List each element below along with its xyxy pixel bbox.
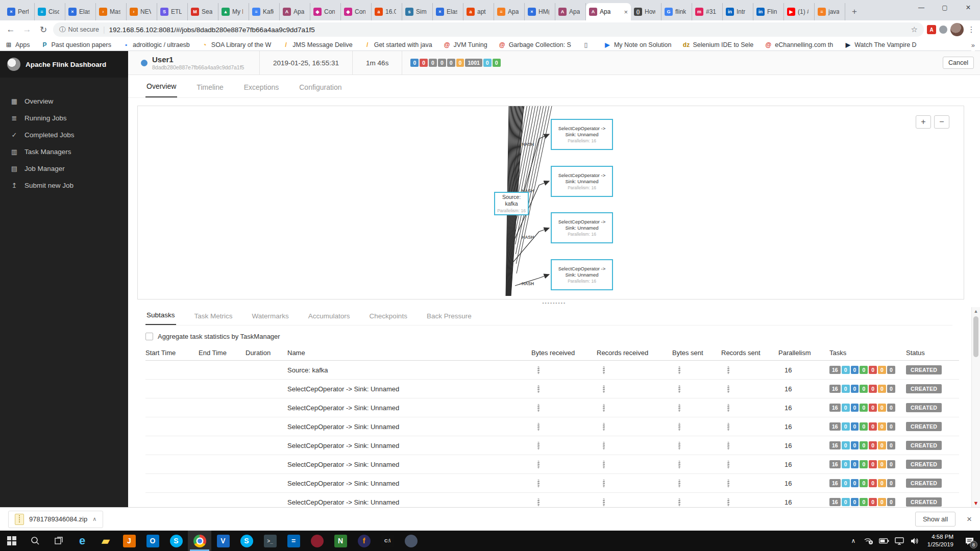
browser-tab[interactable]: ▲ My D [218, 3, 249, 20]
taskbar-app-icon[interactable]: O [141, 531, 164, 551]
browser-tab[interactable]: ≡ Kafk [249, 3, 280, 20]
browser-tab[interactable]: ◆ Con [310, 3, 341, 20]
bookmark-item[interactable]: ▶ Watch The Vampire D [844, 41, 916, 48]
close-button[interactable]: × [957, 0, 980, 15]
bookmark-item[interactable]: ◔ SOA Library of the W [201, 41, 271, 48]
browser-tab[interactable]: M Sear [188, 3, 218, 20]
browser-tab[interactable]: × Perf [4, 3, 35, 20]
browser-tab[interactable]: m #31. [692, 3, 723, 20]
bookmark-item[interactable]: ▶ My Note on Solution [604, 41, 672, 48]
bookmark-item[interactable]: ▪ adroitlogic / ultraesb [122, 41, 190, 48]
graph-node-sink[interactable]: SelectCepOperator -> Sink: Unnamed Paral… [551, 259, 613, 290]
download-menu-chevron-icon[interactable]: ∧ [92, 516, 96, 522]
browser-tab[interactable]: ◆ Con [341, 3, 372, 20]
browser-tab[interactable]: S ETL [157, 3, 188, 20]
browser-tab[interactable]: ▶ (1) # [784, 3, 815, 20]
download-bar-close-icon[interactable]: × [967, 514, 972, 524]
sidebar-item[interactable]: ▤ Job Manager [0, 160, 128, 177]
taskbar-app-icon[interactable]: N [329, 531, 352, 551]
scroll-down-icon[interactable]: ▼ [972, 499, 980, 507]
table-row[interactable]: SelectCepOperator -> Sink: Unnamed 16 16 [145, 455, 959, 474]
bookmark-item[interactable]: P Past question papers [41, 41, 111, 48]
back-icon[interactable]: ← [4, 24, 17, 35]
browser-tab[interactable]: × Elas [65, 3, 96, 20]
action-center-button[interactable]: 8 [959, 531, 980, 551]
pdf-extension-icon[interactable]: A [927, 25, 936, 34]
security-chip[interactable]: ⓘ Not secure [59, 26, 99, 34]
display-icon[interactable] [892, 531, 907, 551]
browser-tab[interactable]: A Apa × [586, 3, 631, 20]
browser-tab[interactable]: › NEV [127, 3, 157, 20]
show-all-downloads-button[interactable]: Show all [915, 512, 955, 527]
graph-node-sink[interactable]: SelectCepOperator -> Sink: Unnamed Paral… [551, 166, 613, 197]
subtasks-tab[interactable]: Task Metrics [193, 308, 234, 325]
taskbar-app-icon[interactable] [188, 531, 211, 551]
zoom-in-button[interactable]: + [916, 115, 931, 129]
browser-tab[interactable]: A Apa [280, 3, 310, 20]
bookmark-item[interactable]: @ JVM Tuning [444, 41, 487, 48]
table-row[interactable]: Source: kafka 16 16 [145, 361, 959, 380]
browser-tab[interactable]: × HM( [525, 3, 555, 20]
tab-close-icon[interactable]: × [624, 8, 628, 16]
reload-icon[interactable]: ↻ [37, 24, 50, 35]
taskbar-app-icon[interactable] [399, 531, 423, 551]
bookmark-item[interactable]: / JMS Message Delive [282, 41, 352, 48]
scroll-up-icon[interactable]: ▲ [972, 307, 980, 315]
browser-tab[interactable]: {} How [631, 3, 662, 20]
start-button[interactable] [0, 531, 23, 551]
browser-tab[interactable]: › Mas [96, 3, 127, 20]
subtasks-scrollbar[interactable]: ▲ ▼ [971, 307, 980, 507]
graph-node-sink[interactable]: SelectCepOperator -> Sink: Unnamed Paral… [551, 119, 613, 150]
browser-tab[interactable]: G flink [662, 3, 692, 20]
bookmark-item[interactable]: ▯ [582, 41, 593, 48]
new-tab-button[interactable]: + [847, 5, 862, 19]
bookmark-star-icon[interactable]: ☆ [911, 25, 918, 34]
taskbar-app-icon[interactable]: >_ [258, 531, 282, 551]
extension-icon[interactable] [939, 26, 947, 34]
bookmark-item[interactable]: @ Garbage Collection: S [499, 41, 571, 48]
task-view-button[interactable] [47, 531, 70, 551]
browser-tab[interactable]: ≡ Apa [494, 3, 525, 20]
tray-chevron-icon[interactable]: ∧ [846, 531, 861, 551]
browser-tab[interactable]: ≡ java [815, 3, 845, 20]
aggregate-checkbox[interactable] [145, 333, 153, 340]
job-page-tab[interactable]: Exceptions [243, 78, 280, 97]
table-row[interactable]: SelectCepOperator -> Sink: Unnamed 16 16 [145, 417, 959, 436]
sidebar-item[interactable]: ≣ Running Jobs [0, 110, 128, 127]
browser-tab[interactable]: in Flin [753, 3, 784, 20]
browser-tab[interactable]: A Apa [555, 3, 586, 20]
search-button[interactable] [23, 531, 47, 551]
bookmark-item[interactable]: ⊞ Apps [5, 41, 30, 48]
subtasks-tab[interactable]: Back Pressure [426, 308, 473, 325]
browser-tab[interactable]: a 16.0 [372, 3, 402, 20]
browser-tab[interactable]: × Elas [433, 3, 463, 20]
profile-avatar[interactable] [950, 23, 964, 36]
scrollbar-thumb[interactable] [973, 316, 978, 357]
bookmarks-overflow-icon[interactable]: » [971, 41, 975, 49]
table-row[interactable]: SelectCepOperator -> Sink: Unnamed 16 16 [145, 380, 959, 398]
volume-icon[interactable] [907, 531, 922, 551]
taskbar-app-icon[interactable]: J [117, 531, 141, 551]
table-row[interactable]: SelectCepOperator -> Sink: Unnamed 16 16 [145, 398, 959, 417]
taskbar-app-icon[interactable]: C:\ [376, 531, 399, 551]
browser-tab[interactable]: ≡ Cisc [35, 3, 65, 20]
subtasks-tab[interactable]: Checkpoints [369, 308, 408, 325]
bookmark-item[interactable]: dz Selenium IDE to Sele [682, 41, 753, 48]
panel-splitter-handle[interactable]: ▪▪▪▪▪▪▪▪▪ [128, 299, 980, 306]
network-icon[interactable] [861, 531, 876, 551]
bookmark-item[interactable]: / Get started with java [364, 41, 432, 48]
taskbar-app-icon[interactable]: V [211, 531, 235, 551]
job-page-tab[interactable]: Configuration [298, 78, 342, 97]
browser-tab[interactable]: s Simp [402, 3, 433, 20]
taskbar-app-icon[interactable] [305, 531, 329, 551]
table-row[interactable]: SelectCepOperator -> Sink: Unnamed 16 16 [145, 493, 959, 507]
cancel-job-button[interactable]: Cancel [943, 57, 974, 69]
minimize-button[interactable]: — [910, 0, 933, 15]
address-bar[interactable]: ⓘ Not secure | 192.168.56.102:8081/#/job… [53, 22, 924, 37]
sidebar-item[interactable]: ✓ Completed Jobs [0, 127, 128, 143]
taskbar-app-icon[interactable]: f [352, 531, 376, 551]
browser-tab[interactable]: in Intr [723, 3, 753, 20]
table-row[interactable]: SelectCepOperator -> Sink: Unnamed 16 16 [145, 436, 959, 455]
taskbar-app-icon[interactable]: ▰ [94, 531, 117, 551]
graph-node-sink[interactable]: SelectCepOperator -> Sink: Unnamed Paral… [551, 212, 613, 243]
